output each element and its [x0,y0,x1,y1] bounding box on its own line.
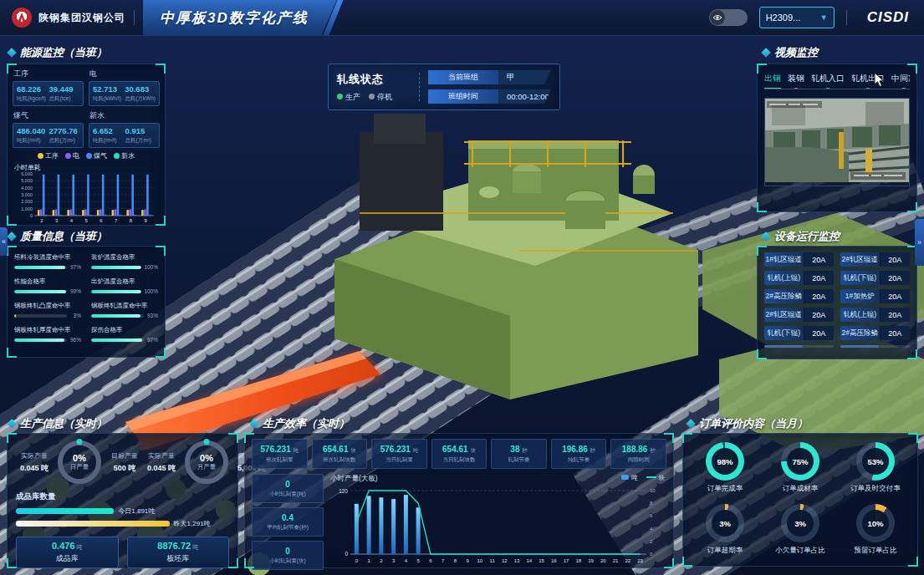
dashboard-root: 陕钢集团汉钢公司 中厚板3D数字化产线 H2309... ▼ CISDI 能源监… [0,0,924,575]
order-gauge: 53% 订单及时交付率 [840,442,911,494]
section-title-efficiency: 生产效率（实时） [251,416,350,431]
svg-text:4: 4 [405,558,408,563]
devices-scrollbar-left[interactable] [764,345,834,348]
device-row[interactable]: 1#轧区辊道20A [764,252,834,267]
svg-text:9: 9 [466,558,469,563]
quality-item: 坯料冷装温度命中率 97% [14,253,81,270]
svg-text:8: 8 [130,218,133,223]
efficiency-panel: 576.231 吨 班次轧制量654.61 块 班次轧制块数576.231 吨 … [244,433,674,568]
svg-text:1: 1 [367,558,370,563]
svg-text:6: 6 [429,558,432,563]
shift-time-field: 班组时间00:00-12:00 [428,89,551,104]
camera-tab-4[interactable]: 轧机出口 [851,73,885,84]
section-title-energy: 能源监控（当班） [8,45,107,60]
cisdi-logo: CISDI [867,9,909,26]
device-row[interactable]: 2#轧区辊道20A [764,308,834,322]
svg-text:8: 8 [454,558,457,563]
orders-panel: 98% 订单完成率75% 订单成材率53% 订单及时交付率3% 订单超期率3% … [682,433,918,567]
svg-text:21: 21 [613,558,619,563]
page-title: 中厚板3D数字化产线 [143,0,337,35]
energy-chart-legend: 工序 电 煤气 新水 [13,151,160,160]
quality-item: 探伤合格率 97% [91,326,158,343]
line-status-panel: 轧线状态 生产 停机 当前班组甲 班组时间00:00-12:00 [328,64,560,110]
svg-text:5,000: 5,000 [21,178,33,183]
svg-text:16: 16 [551,558,557,563]
quality-item: 钢板终轧凸度命中率 3% [14,302,81,318]
energy-chart-title: 小时单耗 [14,163,160,172]
device-row[interactable]: 2#轧区辊道20A [840,252,910,267]
device-row[interactable]: 轧机(上辊)20A [764,271,834,285]
divider [846,10,847,25]
quality-item: 出炉温度合格率 100% [91,277,158,294]
svg-text:4: 4 [650,527,653,532]
section-title-video: 视频监控 [763,45,818,60]
visibility-toggle[interactable] [709,9,748,26]
device-row[interactable]: 轧机(下辊)20A [840,271,910,285]
efficiency-stat-card: 196.86 秒 纯轧节奏 [551,439,607,469]
camera-feed[interactable] [764,98,910,186]
device-row[interactable]: 2#高压除鳞20A [840,326,910,340]
device-row[interactable]: 轧机(上辊)20A [840,308,910,322]
heat-number-dropdown[interactable]: H2309... ▼ [759,7,835,28]
svg-text:5: 5 [416,558,420,563]
svg-text:0: 0 [650,552,653,557]
efficiency-stat-card: 188.86 秒 间隙时间 [610,439,666,469]
svg-text:2: 2 [650,539,653,544]
efficiency-side-card: 0小时轧制量(块) [252,541,324,570]
svg-text:1,000: 1,000 [21,206,33,211]
efficiency-stat-card: 576.231 吨 当日轧制量 [371,439,427,469]
energy-hourly-chart: 01,0002,0003,0004,0005,0006,00023456789 [13,172,160,227]
inventory-bar-yesterday: 昨天1,291吨 [16,519,229,528]
collapse-right-tab[interactable]: » [915,219,924,266]
svg-text:6: 6 [650,513,653,518]
diamond-icon [761,232,770,241]
svg-text:2,000: 2,000 [21,199,33,204]
production-dot [337,94,343,99]
camera-tab-3[interactable]: 轧机入口 [811,73,845,84]
svg-text:13: 13 [514,558,520,563]
svg-text:22: 22 [625,558,631,563]
section-title-production: 生产信息（实时） [8,416,107,431]
svg-text:17: 17 [564,558,569,563]
line-status-legend: 生产 停机 [337,92,411,103]
efficiency-side-card: 0小时轧制量(吨) [252,474,324,503]
order-gauge: 3% 小欠量订单占比 [765,504,835,556]
daily-ring: 0%日产量 [58,440,101,484]
svg-text:23: 23 [637,558,643,563]
divider [134,10,135,25]
svg-text:18: 18 [576,558,582,563]
quality-item: 性能合格率 99% [14,277,81,294]
diamond-icon [761,48,770,57]
company-name: 陕钢集团汉钢公司 [38,11,125,25]
energy-group: 煤气 486.0402775.76 吨耗(m³/t)总耗(万m³) [13,109,84,148]
camera-tab-5[interactable]: 中间冷 [891,73,910,84]
efficiency-stat-card: 654.61 块 班次轧制块数 [312,439,368,469]
hourly-output-chart: 1200024681001234567891011121314151617181… [330,484,666,567]
camera-tabs: 出钢装钢轧机入口轧机出口中间冷电动辊 [764,69,910,89]
svg-text:15: 15 [539,558,544,563]
svg-text:4: 4 [70,218,74,223]
device-row[interactable]: 轧机(下辊)20A [764,326,834,340]
slab-store-card: 8876.72吨 板坯库 [127,537,230,568]
section-title-devices: 设备运行监控 [763,229,840,244]
svg-text:11: 11 [490,558,496,563]
device-row[interactable]: 1#加热炉20A [840,289,910,303]
collapse-left-tab[interactable]: « [0,227,8,256]
devices-scrollbar-right[interactable] [840,345,910,348]
hourly-chart-title: 小时产量(大板) [330,474,666,484]
finished-store-card: 0.476吨 成品库 [16,537,119,568]
diamond-icon [249,419,258,428]
camera-tab-1[interactable]: 出钢 [764,73,781,84]
quality-item: 钢板终轧厚度命中率 96% [14,326,81,343]
video-panel: 出钢装钢轧机入口轧机出口中间冷电动辊 [757,64,917,212]
device-row[interactable]: 2#高压除鳞20A [764,289,834,303]
section-title-orders: 订单评价内容（当月） [687,416,808,431]
efficiency-stat-card: 654.61 块 当日轧制块数 [431,439,488,469]
production-panel: 实际产量0.045 吨 0%日产量 目标产量500 吨 实际产量0.045 吨 … [7,433,238,568]
svg-text:6: 6 [100,218,103,223]
camera-tab-2[interactable]: 装钢 [788,73,804,84]
svg-text:14: 14 [527,558,533,563]
company-logo [12,8,32,28]
diamond-icon [7,232,16,241]
daily-output-gauge: 实际产量0.045 吨 0%日产量 目标产量500 吨 [16,440,143,484]
